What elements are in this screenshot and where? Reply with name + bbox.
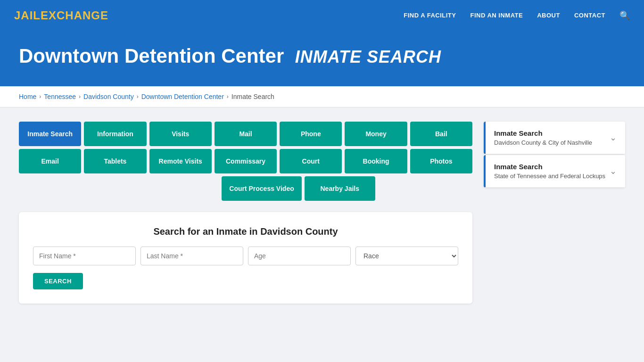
sidebar: Inmate Search Davidson County & City of … — [484, 122, 625, 189]
breadcrumb-home[interactable]: Home — [19, 93, 36, 100]
tile-mail[interactable]: Mail — [215, 122, 277, 146]
breadcrumb-current: Inmate Search — [231, 93, 274, 100]
nav-find-facility[interactable]: FIND A FACILITY — [404, 12, 456, 19]
search-icon[interactable]: 🔍 — [619, 10, 630, 21]
tile-tablets[interactable]: Tablets — [84, 149, 146, 173]
sidebar-item-davidson-title: Inmate Search — [494, 129, 592, 137]
tile-email[interactable]: Email — [19, 149, 81, 173]
tile-phone[interactable]: Phone — [280, 122, 342, 146]
navbar: JAILEXCHANGE FIND A FACILITY FIND AN INM… — [0, 0, 644, 31]
sidebar-item-davidson-subtitle: Davidson County & City of Nashville — [494, 139, 592, 146]
sidebar-item-tennessee-text: Inmate Search State of Tennessee and Fed… — [494, 163, 605, 180]
sidebar-item-tennessee-title: Inmate Search — [494, 163, 605, 171]
page-type: INMATE SEARCH — [295, 47, 441, 66]
tile-money[interactable]: Money — [345, 122, 407, 146]
last-name-input[interactable] — [140, 247, 243, 265]
facility-name: Downtown Detention Center — [19, 45, 284, 67]
sidebar-item-davidson[interactable]: Inmate Search Davidson County & City of … — [484, 122, 625, 154]
breadcrumb-sep-1: › — [39, 93, 41, 100]
page-title: Downtown Detention Center INMATE SEARCH — [19, 45, 625, 67]
nav-find-inmate[interactable]: FIND AN INMATE — [470, 12, 523, 19]
breadcrumb-davidson[interactable]: Davidson County — [83, 93, 134, 100]
search-box: Search for an Inmate in Davidson County … — [19, 212, 472, 304]
nav-links: FIND A FACILITY FIND AN INMATE ABOUT CON… — [404, 10, 630, 21]
sidebar-card-tennessee: Inmate Search State of Tennessee and Fed… — [484, 155, 625, 188]
race-select[interactable]: Race White Black Hispanic Asian Other — [355, 247, 458, 265]
hero-section: Downtown Detention Center INMATE SEARCH — [0, 31, 644, 86]
breadcrumb-facility[interactable]: Downtown Detention Center — [141, 93, 224, 100]
tile-row-3: Court Process Video Nearby Jails — [19, 176, 472, 201]
left-column: Inmate Search Information Visits Mail Ph… — [19, 122, 472, 304]
chevron-down-icon: ⌄ — [610, 132, 617, 143]
tile-booking[interactable]: Booking — [345, 149, 407, 173]
tile-row-2: Email Tablets Remote Visits Commissary C… — [19, 149, 472, 173]
breadcrumb-sep-2: › — [79, 93, 81, 100]
age-input[interactable] — [248, 247, 351, 265]
tile-information[interactable]: Information — [84, 122, 146, 146]
breadcrumb-sep-3: › — [137, 93, 139, 100]
tile-remote-visits[interactable]: Remote Visits — [149, 149, 212, 173]
nav-about[interactable]: ABOUT — [537, 12, 560, 19]
chevron-down-icon-2: ⌄ — [610, 166, 617, 176]
tile-row-1: Inmate Search Information Visits Mail Ph… — [19, 122, 472, 146]
search-fields: Race White Black Hispanic Asian Other — [33, 247, 458, 265]
tile-inmate-search[interactable]: Inmate Search — [19, 122, 81, 146]
sidebar-item-tennessee[interactable]: Inmate Search State of Tennessee and Fed… — [484, 155, 625, 188]
tile-bail[interactable]: Bail — [410, 122, 472, 146]
nav-contact[interactable]: CONTACT — [574, 12, 605, 19]
main-content: Inmate Search Information Visits Mail Ph… — [0, 107, 644, 318]
search-title: Search for an Inmate in Davidson County — [33, 226, 458, 237]
tile-visits[interactable]: Visits — [149, 122, 212, 146]
search-button[interactable]: SEARCH — [33, 273, 83, 289]
tile-court-process-video[interactable]: Court Process Video — [222, 176, 301, 201]
sidebar-item-davidson-text: Inmate Search Davidson County & City of … — [494, 129, 592, 146]
tile-commissary[interactable]: Commissary — [215, 149, 277, 173]
tile-court[interactable]: Court — [280, 149, 342, 173]
tile-photos[interactable]: Photos — [410, 149, 472, 173]
tile-nearby-jails[interactable]: Nearby Jails — [305, 176, 375, 201]
breadcrumb-sep-4: › — [227, 93, 229, 100]
logo-exchange: EXCHANGE — [41, 9, 108, 22]
logo-part1: JAIL — [14, 9, 41, 22]
breadcrumb: Home › Tennessee › Davidson County › Dow… — [0, 86, 644, 107]
site-logo[interactable]: JAILEXCHANGE — [14, 9, 108, 22]
sidebar-card-davidson: Inmate Search Davidson County & City of … — [484, 122, 625, 154]
sidebar-item-tennessee-subtitle: State of Tennessee and Federal Lockups — [494, 173, 605, 180]
first-name-input[interactable] — [33, 247, 136, 265]
breadcrumb-tennessee[interactable]: Tennessee — [44, 93, 76, 100]
